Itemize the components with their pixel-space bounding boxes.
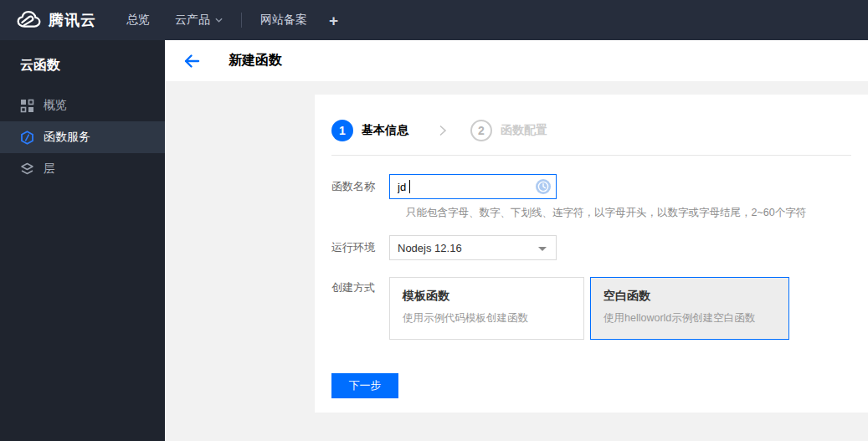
layers-icon: [20, 162, 34, 177]
cloud-logo-icon: [13, 9, 42, 31]
tencent-cloud-brand[interactable]: 腾讯云: [13, 9, 96, 31]
nav-item-overview[interactable]: 总览: [126, 13, 150, 28]
sidebar-item-layers[interactable]: 层: [0, 153, 165, 185]
step-indicator: 1 基本信息 2 函数配置: [331, 120, 547, 141]
runtime-select[interactable]: Nodejs 12.16: [389, 235, 557, 260]
content-area: 1 基本信息 2 函数配置 函数名称 只能包含字母、数字、下划线、连字符，以字母…: [165, 81, 868, 441]
chevron-down-icon: [215, 18, 223, 23]
function-name-input[interactable]: [389, 174, 557, 199]
runtime-row: 运行环境 Nodejs 12.16: [331, 235, 557, 260]
sidebar-item-function-service[interactable]: 函数服务: [0, 121, 165, 153]
chevron-right-icon: [439, 125, 447, 136]
page-header: 新建函数: [165, 40, 868, 81]
add-tab-icon[interactable]: +: [329, 13, 338, 28]
create-function-card: 1 基本信息 2 函数配置 函数名称 只能包含字母、数字、下划线、连字符，以字母…: [315, 95, 868, 413]
brand-name: 腾讯云: [49, 10, 96, 30]
runtime-label: 运行环境: [331, 240, 389, 255]
divider: [331, 155, 851, 156]
page-title: 新建函数: [229, 52, 282, 69]
input-history-clock-icon[interactable]: [536, 179, 551, 194]
nav-item-cloud-products[interactable]: 云产品: [175, 13, 223, 28]
sidebar-item-label: 函数服务: [44, 130, 90, 145]
method-card-desc: 使用示例代码模板创建函数: [403, 311, 583, 326]
method-card-title: 模板函数: [403, 289, 583, 304]
function-name-label: 函数名称: [331, 179, 389, 194]
step-2-label: 函数配置: [501, 123, 547, 138]
sidebar: 云函数 概览 函数服务 层: [0, 40, 165, 441]
back-arrow-icon[interactable]: [183, 53, 200, 69]
function-name-hint: 只能包含字母、数字、下划线、连字符，以字母开头，以数字或字母结尾，2~60个字符: [406, 206, 806, 220]
next-step-button[interactable]: 下一步: [331, 373, 398, 398]
sidebar-item-overview[interactable]: 概览: [0, 90, 165, 121]
sidebar-title: 云函数: [0, 40, 165, 74]
method-card-blank-function[interactable]: 空白函数 使用helloworld示例创建空白函数: [590, 277, 789, 340]
sidebar-item-label: 层: [44, 162, 55, 177]
text-cursor: [409, 180, 410, 193]
method-card-desc: 使用helloworld示例创建空白函数: [603, 311, 788, 326]
function-service-icon: [20, 131, 34, 145]
step-2-circle: 2: [470, 120, 492, 141]
method-card-title: 空白函数: [603, 289, 788, 304]
method-card-template-function[interactable]: 模板函数 使用示例代码模板创建函数: [389, 277, 584, 340]
grid-icon: [20, 99, 34, 113]
step-1-circle: 1: [331, 120, 353, 141]
top-navbar: 腾讯云 总览 云产品 网站备案 +: [0, 0, 868, 40]
select-caret-icon: [538, 247, 547, 251]
creation-method-row: 创建方式 模板函数 使用示例代码模板创建函数 空白函数 使用helloworld…: [331, 277, 789, 340]
step-1-label: 基本信息: [362, 123, 408, 138]
nav-item-beian[interactable]: 网站备案: [260, 13, 307, 28]
nav-products-label: 云产品: [175, 13, 210, 28]
sidebar-item-label: 概览: [44, 98, 67, 113]
method-cards: 模板函数 使用示例代码模板创建函数 空白函数 使用helloworld示例创建空…: [389, 277, 789, 340]
creation-method-label: 创建方式: [331, 280, 389, 295]
runtime-selected-value: Nodejs 12.16: [398, 242, 462, 254]
nav-divider: [241, 13, 242, 28]
sidebar-menu: 概览 函数服务 层: [0, 90, 165, 185]
function-name-row: 函数名称: [331, 174, 557, 199]
function-name-input-wrap: [389, 174, 557, 199]
